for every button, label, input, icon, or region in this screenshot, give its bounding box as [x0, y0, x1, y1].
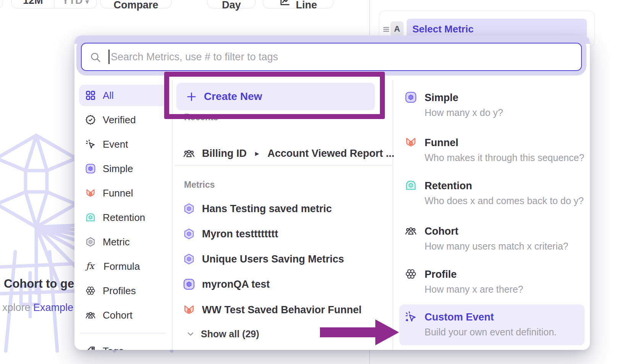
- line-label: Line: [296, 0, 317, 10]
- sidebar-item-tags[interactable]: Tags: [79, 340, 168, 350]
- retention-metric-icon: [85, 212, 96, 223]
- type-option-profile[interactable]: Profile How many x are there?: [405, 268, 523, 295]
- metric-search-box: [81, 43, 582, 71]
- sidebar-item-formula[interactable]: ƒx Formula: [79, 256, 168, 277]
- breadcrumb-arrow-icon: ▸: [255, 149, 259, 158]
- cohort-people-icon: [183, 147, 195, 159]
- search-input[interactable]: [82, 43, 581, 70]
- simple-metric-icon: [183, 278, 195, 290]
- sidebar-item-all[interactable]: All: [79, 85, 168, 106]
- chevron-down-icon: ▾: [85, 0, 89, 5]
- type-title: Funnel: [425, 136, 584, 149]
- range-12m-button[interactable]: 12M: [12, 0, 54, 8]
- type-description: Build your own event definition.: [425, 326, 557, 338]
- metric-item-label: WW Test Saved Behavior Funnel: [202, 304, 362, 316]
- recent-item-source: Billing ID: [202, 148, 247, 159]
- profiles-cluster-icon: [405, 268, 417, 280]
- example-reports-link[interactable]: Example R: [33, 302, 74, 313]
- sidebar-item-profiles[interactable]: Profiles: [79, 280, 168, 301]
- metric-item-label: myronQA test: [202, 279, 270, 290]
- type-title: Retention: [425, 179, 584, 192]
- svg-text:ƒx: ƒx: [85, 261, 95, 271]
- recent-item-event: Account Viewed Report ...: [268, 148, 395, 159]
- sidebar-item-label: Metric: [103, 236, 130, 248]
- sidebar-item-cohort[interactable]: Cohort: [79, 304, 168, 326]
- sidebar-item-label: Retention: [103, 212, 145, 224]
- sidebar-item-verified[interactable]: Verified: [79, 109, 168, 130]
- sidebar-item-label: Funnel: [103, 187, 133, 199]
- simple-metric-icon: [405, 91, 417, 103]
- simple-metric-icon: [85, 163, 96, 174]
- sidebar-item-simple[interactable]: Simple: [79, 158, 168, 179]
- empty-state-headline-fragment: Cohort to ge: [4, 277, 75, 291]
- type-option-funnel[interactable]: Funnel Who makes it through this sequenc…: [405, 136, 584, 163]
- sidebar-item-label: Event: [103, 139, 128, 150]
- range-12m-label: 12M: [23, 0, 43, 6]
- drag-handle-icon[interactable]: [382, 25, 391, 34]
- metric-list-item[interactable]: Unique Users Saving Metrics: [183, 249, 344, 269]
- verified-badge-icon: [85, 114, 96, 125]
- custom-event-cursor-icon: [405, 311, 417, 323]
- cohort-people-icon: [405, 225, 417, 237]
- metric-item-label: Myron testttttttt: [202, 228, 278, 240]
- sidebar-item-label: Profiles: [103, 285, 136, 297]
- day-label: Day: [222, 0, 241, 10]
- formula-fx-icon: ƒx: [85, 261, 97, 272]
- funnel-metric-icon: [85, 188, 96, 198]
- annotation-highlight-box: [164, 72, 385, 119]
- cohort-people-icon: [85, 310, 96, 321]
- subtext-prefix: xplore: [2, 302, 33, 313]
- sidebar-section-divider: [80, 333, 165, 333]
- sidebar-item-retention[interactable]: Retention: [79, 207, 168, 228]
- empty-state-subtext-fragment: xplore Example R: [2, 302, 74, 314]
- metric-item-label: Hans Testing saved metric: [202, 203, 332, 215]
- series-badge: A: [391, 21, 404, 37]
- recents-metrics-divider: [174, 165, 392, 166]
- type-description: How many users match x criteria?: [425, 240, 569, 252]
- type-option-retention[interactable]: Retention Who does x and comes back to d…: [405, 179, 584, 206]
- tag-icon: [85, 346, 96, 350]
- metric-hexagon-icon: [183, 228, 195, 240]
- type-description: Who makes it through this sequence?: [425, 152, 584, 163]
- type-title: Custom Event: [425, 311, 557, 324]
- sidebar-item-funnel[interactable]: Funnel: [79, 182, 168, 204]
- line-chart-icon: [279, 0, 291, 7]
- metric-list-item[interactable]: WW Test Saved Behavior Funnel: [183, 300, 362, 320]
- metrics-heading: Metrics: [184, 180, 215, 190]
- type-title: Cohort: [425, 225, 569, 238]
- show-all-toggle[interactable]: Show all (29): [186, 327, 259, 341]
- sidebar-item-label: Cohort: [103, 309, 132, 321]
- metric-list-item[interactable]: Hans Testing saved metric: [183, 199, 332, 219]
- sidebar-item-label: Simple: [103, 163, 133, 175]
- metric-hexagon-icon: [85, 237, 96, 247]
- line-chart-type-button[interactable]: Line: [263, 0, 333, 8]
- range-ytd-label: YTD: [62, 0, 82, 6]
- day-granularity-button[interactable]: Day: [207, 0, 255, 8]
- sidebar-item-event[interactable]: Event: [79, 134, 168, 155]
- funnel-metric-icon: [183, 304, 195, 316]
- sidebar-item-label: Formula: [103, 261, 140, 272]
- type-title: Simple: [425, 91, 503, 104]
- funnel-metric-icon: [405, 136, 417, 148]
- annotation-arrow-icon: [318, 317, 401, 348]
- type-description: How many x are there?: [425, 283, 523, 295]
- grid-icon: [85, 90, 96, 101]
- sidebar-divider: [172, 80, 173, 350]
- text-caret: [108, 50, 110, 64]
- metric-hexagon-icon: [183, 203, 195, 215]
- cropped-left-button-fragment[interactable]: [0, 0, 3, 8]
- compare-button[interactable]: Compare: [100, 0, 171, 8]
- metric-hexagon-icon: [183, 253, 195, 265]
- recent-item-billing-id[interactable]: Billing ID ▸ Account Viewed Report ...: [183, 143, 394, 163]
- sidebar-item-label: Verified: [103, 114, 136, 126]
- event-cursor-icon: [85, 139, 96, 150]
- retention-metric-icon: [405, 179, 417, 192]
- range-ytd-button[interactable]: YTD ▾: [54, 0, 97, 8]
- type-option-simple[interactable]: Simple How many x do y?: [405, 91, 503, 118]
- metric-list-item[interactable]: Myron testttttttt: [183, 224, 278, 244]
- type-option-custom-event[interactable]: Custom Event Build your own event defini…: [399, 304, 585, 345]
- metric-list-item[interactable]: myronQA test: [183, 274, 270, 294]
- metric-item-label: Unique Users Saving Metrics: [202, 253, 344, 265]
- sidebar-item-metric[interactable]: Metric: [79, 231, 168, 253]
- type-option-cohort[interactable]: Cohort How many users match x criteria?: [405, 225, 569, 252]
